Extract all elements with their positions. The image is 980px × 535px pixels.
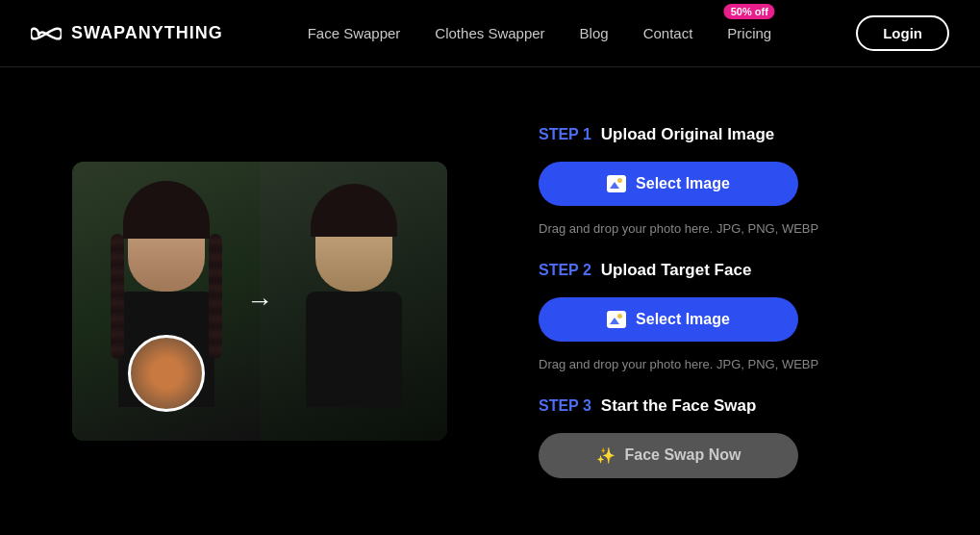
select-image-1-button[interactable]: Select Image	[539, 162, 798, 206]
step1-drag-hint: Drag and drop your photo here. JPG, PNG,…	[539, 221, 932, 236]
face-swap-button[interactable]: ✨ Face Swap Now	[539, 433, 798, 478]
figure-right	[287, 176, 421, 426]
logo-icon	[31, 23, 62, 44]
logo[interactable]: SWAPANYTHING	[31, 23, 223, 44]
nav-clothes-swapper[interactable]: Clothes Swapper	[435, 25, 544, 41]
step3-header: STEP 3 Start the Face Swap	[539, 396, 932, 416]
step1-title: Upload Original Image	[601, 125, 774, 144]
demo-left-panel	[72, 162, 260, 441]
controls-section: STEP 1 Upload Original Image Select Imag…	[519, 106, 980, 497]
head-right	[315, 195, 392, 292]
logo-text: SWAPANYTHING	[71, 23, 223, 43]
swap-arrow: →	[246, 286, 273, 317]
step2-label: STEP 2	[539, 262, 591, 279]
nav-face-swapper[interactable]: Face Swapper	[308, 25, 401, 41]
step2-header: STEP 2 Upload Target Face	[539, 261, 932, 280]
image-icon-2	[607, 311, 626, 328]
select-image-2-label: Select Image	[636, 311, 730, 328]
body-right	[306, 292, 402, 407]
select-image-2-button[interactable]: Select Image	[539, 297, 798, 342]
main-nav: Face Swapper Clothes Swapper Blog Contac…	[308, 25, 772, 41]
hair-left	[123, 181, 210, 239]
nav-pricing[interactable]: 50% off Pricing	[727, 25, 771, 41]
select-image-1-label: Select Image	[636, 175, 730, 192]
step3-title: Start the Face Swap	[601, 396, 757, 416]
demo-image: →	[72, 162, 447, 441]
braid-left	[111, 234, 124, 359]
demo-section: →	[0, 67, 519, 535]
step3-label: STEP 3	[539, 397, 591, 415]
login-button[interactable]: Login	[856, 15, 949, 51]
hair-right	[311, 184, 397, 237]
step2-title: Upload Target Face	[601, 261, 752, 280]
face-swap-icon: ✨	[596, 446, 616, 465]
nav-blog[interactable]: Blog	[580, 25, 609, 41]
step2-drag-hint: Drag and drop your photo here. JPG, PNG,…	[539, 357, 932, 371]
step1-header: STEP 1 Upload Original Image	[539, 125, 932, 144]
face-swap-label: Face Swap Now	[625, 446, 741, 464]
face-circle-overlay	[128, 335, 205, 412]
image-icon-1	[607, 175, 626, 192]
head-left	[128, 195, 205, 292]
braid-right	[209, 234, 222, 359]
discount-badge: 50% off	[724, 4, 775, 19]
step1-label: STEP 1	[539, 126, 591, 143]
demo-right-panel	[260, 162, 447, 441]
nav-contact[interactable]: Contact	[643, 25, 693, 41]
